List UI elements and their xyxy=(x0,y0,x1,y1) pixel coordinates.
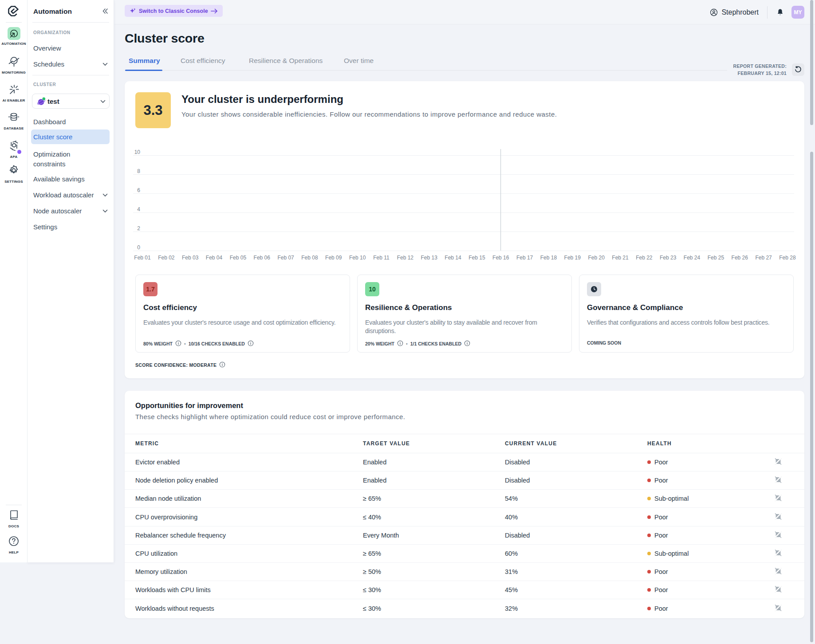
svg-text:Feb 19: Feb 19 xyxy=(564,255,581,261)
svg-text:Feb 03: Feb 03 xyxy=(182,255,199,261)
svg-text:Feb 10: Feb 10 xyxy=(349,255,366,261)
svg-text:4: 4 xyxy=(137,206,140,212)
svg-text:Feb 27: Feb 27 xyxy=(755,255,772,261)
svg-text:Feb 25: Feb 25 xyxy=(708,255,724,261)
svg-text:Feb 21: Feb 21 xyxy=(612,255,629,261)
svg-text:Feb 09: Feb 09 xyxy=(325,255,342,261)
svg-text:Feb 24: Feb 24 xyxy=(684,255,701,261)
svg-text:10: 10 xyxy=(134,149,141,155)
svg-text:Feb 05: Feb 05 xyxy=(230,255,247,261)
svg-text:Feb 07: Feb 07 xyxy=(277,255,294,261)
svg-text:Feb 02: Feb 02 xyxy=(158,255,175,261)
svg-text:6: 6 xyxy=(137,187,140,193)
svg-text:Feb 20: Feb 20 xyxy=(588,255,605,261)
svg-text:Feb 14: Feb 14 xyxy=(445,255,461,261)
svg-text:Feb 11: Feb 11 xyxy=(373,255,390,261)
svg-text:Feb 28: Feb 28 xyxy=(779,255,796,261)
svg-text:Feb 22: Feb 22 xyxy=(636,255,653,261)
svg-text:Feb 16: Feb 16 xyxy=(492,255,509,261)
svg-text:2: 2 xyxy=(137,225,140,232)
svg-text:Feb 26: Feb 26 xyxy=(732,255,748,261)
svg-text:Feb 08: Feb 08 xyxy=(301,255,318,261)
svg-text:Feb 13: Feb 13 xyxy=(421,255,438,261)
svg-text:Feb 15: Feb 15 xyxy=(469,255,485,261)
svg-text:Feb 04: Feb 04 xyxy=(206,255,223,261)
svg-text:Feb 17: Feb 17 xyxy=(516,255,533,261)
svg-text:Feb 06: Feb 06 xyxy=(254,255,271,261)
svg-text:Feb 18: Feb 18 xyxy=(540,255,557,261)
svg-text:Feb 01: Feb 01 xyxy=(134,255,151,261)
svg-text:8: 8 xyxy=(137,168,140,174)
svg-text:Feb 12: Feb 12 xyxy=(397,255,414,261)
svg-text:Feb 23: Feb 23 xyxy=(660,255,677,261)
svg-text:0: 0 xyxy=(137,244,140,251)
